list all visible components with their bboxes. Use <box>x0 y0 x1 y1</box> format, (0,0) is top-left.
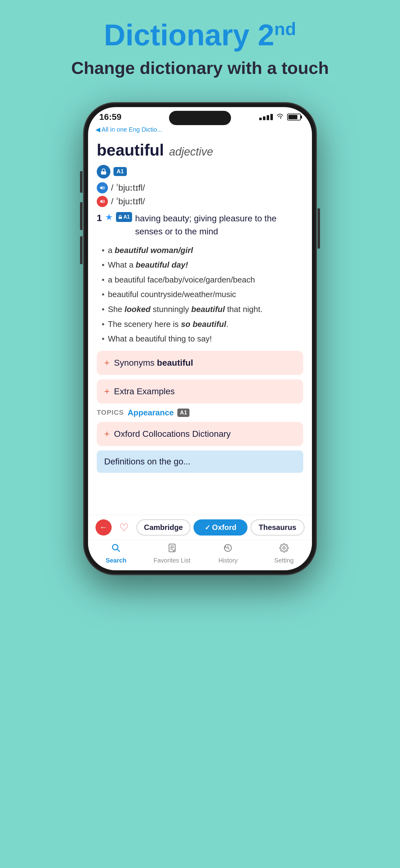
search-tab-icon <box>111 543 121 555</box>
phonetic-1: / ˈbjuːtɪfl/ <box>111 183 145 193</box>
setting-tab-label: Setting <box>274 557 294 564</box>
synonyms-label: Synonyms beautiful <box>114 358 193 368</box>
dict-switcher: ← ♡ Cambridge Oxford Thesaurus <box>88 515 312 540</box>
oxford-colloc-expand[interactable]: + Oxford Collocations Dictionary <box>97 422 303 446</box>
pronunciation-row-1[interactable]: / ˈbjuːtɪfl/ <box>97 182 303 193</box>
example-item: a beautiful woman/girl <box>102 243 303 258</box>
favorites-tab-label: Favorites List <box>154 557 190 564</box>
word-pos: adjective <box>169 145 213 158</box>
side-button-mute <box>80 171 82 193</box>
search-tab-label: Search <box>106 557 127 564</box>
oxford-colloc-label: Oxford Collocations Dictionary <box>114 429 231 439</box>
expand-plus-icon-2: + <box>104 386 110 397</box>
speaker-red-icon[interactable] <box>97 196 108 207</box>
level-badges-row: A1 <box>97 165 303 179</box>
example-item: She looked stunningly beautiful that nig… <box>102 302 303 317</box>
tab-bar: Search Favorites List <box>88 540 312 570</box>
tab-history[interactable]: History <box>200 543 256 564</box>
word-header: beautiful adjective <box>97 141 303 159</box>
example-item: What a beautiful day! <box>102 258 303 273</box>
favorites-tab-icon <box>167 543 177 555</box>
dynamic-island <box>169 111 231 125</box>
star-icon[interactable]: ★ <box>105 212 113 222</box>
cambridge-button[interactable]: Cambridge <box>136 519 190 535</box>
def-lock-badge: A1 <box>116 212 132 222</box>
content-area[interactable]: beautiful adjective A1 <box>88 136 312 515</box>
svg-rect-0 <box>101 172 106 175</box>
tab-setting[interactable]: Setting <box>256 543 312 564</box>
appearance-badge: A1 <box>177 408 190 417</box>
phonetic-2: / ˈbjuːtɪfl/ <box>111 196 145 207</box>
definition-section: 1 ★ A1 having beauty; giving pleasure to… <box>97 212 303 238</box>
tab-search[interactable]: Search <box>88 543 144 564</box>
side-button-volume-down <box>80 236 82 264</box>
extra-examples-label: Extra Examples <box>114 386 175 397</box>
expand-plus-icon-3: + <box>104 429 110 439</box>
phone-mockup: 16:59 <box>84 103 316 575</box>
history-tab-icon <box>223 543 233 555</box>
svg-point-11 <box>283 547 285 549</box>
synonyms-expand[interactable]: + Synonyms beautiful <box>97 351 303 375</box>
thesaurus-button[interactable]: Thesaurus <box>251 519 304 535</box>
example-item: beautiful countryside/weather/music <box>102 287 303 302</box>
definition-row-1: 1 ★ A1 having beauty; giving pleasure to… <box>97 212 303 238</box>
pronunciation-row-2[interactable]: / ˈbjuːtɪfl/ <box>97 196 303 207</box>
example-item: What a beautiful thing to say! <box>102 332 303 346</box>
expand-plus-icon: + <box>104 358 110 368</box>
status-bar: 16:59 <box>88 107 312 124</box>
appearance-link[interactable]: Appearance <box>128 408 174 417</box>
speaker-blue-icon[interactable] <box>97 182 108 193</box>
side-button-power <box>318 208 320 249</box>
definitions-on-go: Definitions on the go... <box>97 451 303 473</box>
status-time: 16:59 <box>99 112 122 122</box>
dict-buttons-group: Cambridge Oxford Thesaurus <box>136 519 304 535</box>
example-item: The scenery here is so beautiful. <box>102 317 303 332</box>
promo-title: Dictionary 2nd <box>104 19 296 52</box>
a1-badge: A1 <box>113 167 127 176</box>
word-title: beautiful <box>97 141 164 159</box>
topics-label: TOPICS <box>97 408 124 416</box>
extra-examples-expand[interactable]: + Extra Examples <box>97 379 303 404</box>
oxford-button[interactable]: Oxford <box>194 519 247 535</box>
definitions-on-go-label: Definitions on the go... <box>104 457 191 467</box>
svg-marker-1 <box>100 186 103 190</box>
wifi-icon <box>276 113 284 121</box>
nav-breadcrumb: ◀ All in one Eng Dictio... <box>88 124 312 136</box>
topics-row: TOPICS Appearance A1 <box>97 408 303 417</box>
setting-tab-icon <box>279 543 289 555</box>
signal-icon <box>259 114 273 120</box>
lock-badge-icon <box>97 165 110 179</box>
def-text-1: having beauty; giving pleasure to the se… <box>135 212 303 238</box>
battery-icon <box>287 114 301 120</box>
example-item: a beautiful face/baby/voice/garden/beach <box>102 273 303 287</box>
history-tab-label: History <box>218 557 237 564</box>
svg-line-5 <box>118 549 120 551</box>
svg-marker-2 <box>100 199 103 203</box>
phone-frame: 16:59 <box>84 103 316 575</box>
promo-subtitle: Change dictionary with a touch <box>71 58 329 78</box>
status-icons <box>259 113 301 121</box>
examples-list: a beautiful woman/girl What a beautiful … <box>102 243 303 346</box>
phone-screen: 16:59 <box>88 107 312 570</box>
favorites-heart-button[interactable]: ♡ <box>116 519 132 535</box>
def-number: 1 <box>97 213 102 223</box>
svg-rect-3 <box>119 217 122 219</box>
tab-favorites[interactable]: Favorites List <box>144 543 200 564</box>
side-button-volume-up <box>80 202 82 230</box>
back-button[interactable]: ← <box>96 519 112 535</box>
